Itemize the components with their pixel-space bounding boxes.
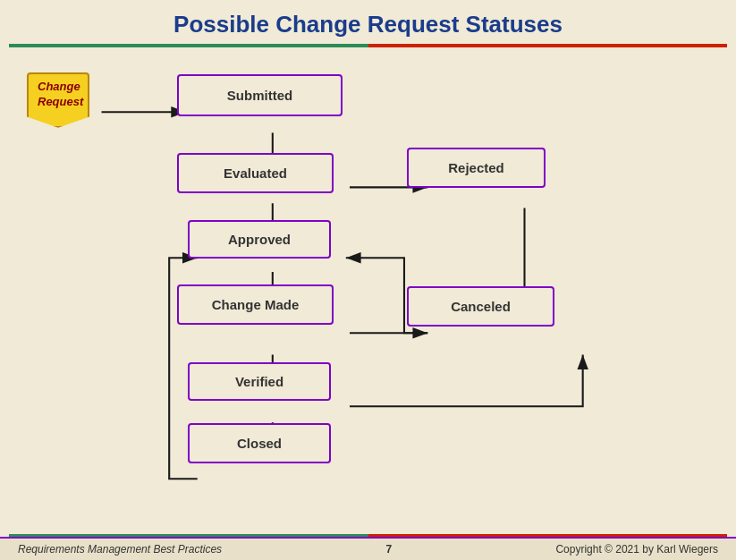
footer-page: 7 — [385, 543, 392, 556]
canceled-box: Canceled — [407, 286, 554, 327]
closed-box: Closed — [188, 423, 331, 463]
footer: Requirements Management Best Practices 7… — [0, 537, 736, 560]
change-made-box: Change Made — [177, 284, 334, 325]
content-area: Change Request — [0, 47, 736, 534]
badge-line1: Change — [38, 80, 80, 93]
title-bar: Possible Change Request Statuses — [0, 0, 736, 44]
verified-box: Verified — [188, 362, 331, 401]
footer-right: Copyright © 2021 by Karl Wiegers — [555, 543, 718, 556]
evaluated-box: Evaluated — [177, 153, 334, 193]
footer-left: Requirements Management Best Practices — [18, 543, 222, 556]
flow-diagram-svg — [0, 47, 736, 534]
slide-container: Possible Change Request Statuses Change … — [0, 0, 736, 560]
badge-line2: Request — [38, 95, 83, 108]
submitted-box: Submitted — [177, 74, 343, 116]
rejected-box: Rejected — [407, 148, 546, 188]
slide-title: Possible Change Request Statuses — [18, 11, 718, 38]
change-request-badge: Change Request — [27, 72, 89, 128]
approved-box: Approved — [188, 220, 331, 259]
